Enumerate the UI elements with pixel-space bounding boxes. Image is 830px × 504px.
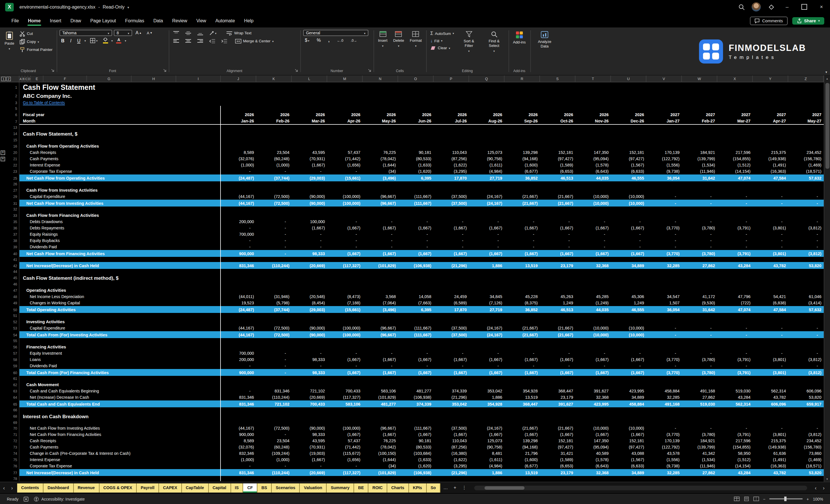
cell[interactable]: (21,667) — [540, 193, 575, 200]
cell[interactable] — [256, 137, 292, 143]
cell[interactable] — [398, 381, 434, 388]
cell[interactable] — [611, 83, 646, 92]
horizontal-scrollbar[interactable] — [474, 485, 807, 490]
cell[interactable]: - — [221, 363, 256, 369]
cell[interactable] — [575, 187, 611, 193]
cell[interactable]: (1,667) — [469, 431, 505, 438]
cell[interactable]: - — [540, 244, 575, 250]
cell[interactable] — [611, 212, 646, 219]
cell[interactable] — [717, 137, 753, 143]
cell[interactable] — [753, 137, 788, 143]
cell[interactable]: (8,473) — [327, 293, 363, 300]
cell[interactable] — [540, 257, 575, 262]
zoom-out-button[interactable]: − — [763, 497, 765, 501]
cell[interactable] — [646, 125, 682, 130]
cell[interactable]: (1,667) — [327, 250, 363, 257]
cell[interactable] — [682, 83, 717, 92]
cell[interactable]: (1,667) — [575, 369, 611, 376]
cell[interactable]: 2026 — [221, 111, 256, 118]
cell[interactable] — [611, 412, 646, 420]
cell[interactable] — [682, 313, 717, 318]
cell[interactable]: 36,852 — [505, 175, 540, 181]
row-label-cell[interactable]: Total Operating Activities — [20, 306, 221, 313]
cell[interactable] — [469, 106, 505, 111]
row-header-35[interactable]: 35 — [6, 219, 20, 225]
cell[interactable] — [221, 313, 256, 318]
cell[interactable] — [682, 212, 717, 219]
cell[interactable] — [398, 476, 434, 481]
cell[interactable]: (20,669) — [292, 262, 327, 269]
cell[interactable] — [682, 143, 717, 149]
cell[interactable] — [327, 287, 363, 293]
cell[interactable]: (1,000) — [256, 456, 292, 463]
row-label-cell[interactable]: Net Cash Flow from Investing Activities — [20, 425, 221, 431]
cell[interactable] — [292, 343, 327, 350]
cell[interactable]: Mar-27 — [717, 118, 753, 124]
chevron-down-icon[interactable]: ▾ — [127, 5, 129, 9]
cell[interactable]: - — [505, 238, 540, 244]
sheet-tab-charts[interactable]: Charts — [387, 483, 409, 492]
column-header-G[interactable]: G — [87, 75, 132, 82]
decrease-font-size-button[interactable]: A▼ — [145, 31, 154, 35]
row-header-72[interactable]: 72 — [6, 438, 20, 444]
cell[interactable] — [575, 407, 611, 412]
cell[interactable] — [434, 274, 469, 281]
cell[interactable] — [363, 412, 398, 420]
cell[interactable] — [682, 376, 717, 381]
cell[interactable]: (20,669) — [292, 394, 327, 401]
row-label-cell[interactable]: Cash Flow Statement (indirect method), $ — [20, 274, 221, 281]
cell[interactable]: (11,946) — [682, 463, 717, 469]
cell[interactable]: - — [575, 363, 611, 369]
cell[interactable]: - — [505, 363, 540, 369]
cell[interactable] — [327, 137, 363, 143]
cell[interactable] — [682, 92, 717, 99]
cell[interactable] — [788, 137, 824, 143]
cell[interactable] — [434, 212, 469, 219]
cell[interactable] — [717, 287, 753, 293]
cell[interactable] — [540, 412, 575, 420]
cell[interactable]: (90,000) — [292, 425, 327, 431]
cell[interactable] — [363, 381, 398, 388]
cell[interactable]: (7,663) — [398, 300, 434, 306]
cell[interactable]: - — [327, 350, 363, 356]
cell[interactable]: - — [717, 350, 753, 356]
diamond-icon[interactable] — [764, 0, 778, 14]
cell[interactable]: - — [256, 350, 292, 356]
row-header-20[interactable]: 20 — [6, 149, 20, 156]
cell[interactable] — [575, 287, 611, 293]
row-header-7[interactable]: 7 — [6, 118, 20, 125]
cell[interactable] — [398, 257, 434, 262]
cell[interactable]: 170,139 — [646, 149, 682, 156]
cell[interactable]: - — [611, 363, 646, 369]
cell[interactable]: (1,620) — [398, 463, 434, 469]
cell[interactable]: (96,667) — [363, 200, 398, 207]
cell[interactable] — [363, 281, 398, 287]
cell[interactable]: (1,667) — [327, 225, 363, 231]
row-header-54[interactable]: 54 — [6, 331, 20, 338]
cell[interactable]: (97,427) — [540, 444, 575, 450]
cell[interactable]: - — [753, 231, 788, 238]
more-sheets-button[interactable]: … — [441, 485, 451, 490]
column-header-P[interactable]: P — [434, 75, 469, 82]
cell[interactable] — [611, 130, 646, 137]
cell[interactable]: (100,000) — [327, 325, 363, 331]
cell[interactable] — [575, 92, 611, 99]
cell[interactable]: - — [682, 200, 717, 207]
cell[interactable]: (6,633) — [611, 168, 646, 175]
cell[interactable]: (3,812) — [788, 431, 824, 438]
cell[interactable] — [788, 187, 824, 193]
cell[interactable] — [646, 287, 682, 293]
cell[interactable] — [611, 313, 646, 318]
cell[interactable]: (1,469) — [788, 162, 824, 168]
cell[interactable] — [434, 207, 469, 212]
cell[interactable]: (96,667) — [363, 325, 398, 331]
sheet-tab-be[interactable]: BE — [354, 483, 369, 492]
row-header-42[interactable]: 42 — [6, 262, 20, 269]
cell[interactable]: 31,642 — [682, 175, 717, 181]
cell[interactable]: - — [363, 238, 398, 244]
cell[interactable]: 125,073 — [469, 149, 505, 156]
cell[interactable] — [398, 92, 434, 99]
cell[interactable] — [292, 125, 327, 130]
cell[interactable] — [646, 281, 682, 287]
cell[interactable]: 27,862 — [682, 394, 717, 401]
